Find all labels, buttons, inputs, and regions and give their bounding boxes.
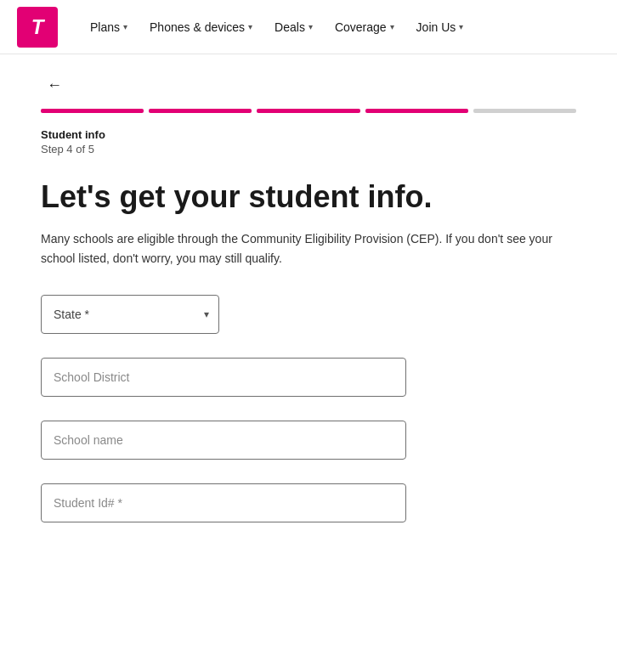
nav-coverage[interactable]: Coverage ▾	[326, 14, 403, 41]
nav-phones[interactable]: Phones & devices ▾	[141, 14, 261, 41]
school-name-group	[41, 421, 406, 460]
page-title: Let's get your student info.	[41, 179, 576, 214]
main-content: ← Student info Step 4 of 5 Let's get you…	[0, 54, 617, 580]
state-select[interactable]: State * Alabama Alaska Arizona Californi…	[41, 295, 219, 334]
nav-links: Plans ▾ Phones & devices ▾ Deals ▾ Cover…	[82, 14, 472, 41]
page-description: Many schools are eligible through the Co…	[41, 229, 576, 268]
student-id-group	[41, 483, 406, 522]
step-sublabel: Step 4 of 5	[41, 143, 576, 155]
progress-segment-3	[257, 109, 359, 113]
logo-text: T	[31, 17, 44, 37]
progress-segment-2	[149, 109, 252, 113]
student-info-form: State * Alabama Alaska Arizona Californi…	[41, 295, 406, 522]
school-name-input[interactable]	[41, 421, 406, 460]
nav-plans[interactable]: Plans ▾	[82, 14, 136, 41]
progress-bar	[41, 109, 576, 113]
t-mobile-logo[interactable]: T	[17, 7, 58, 48]
nav-deals-label: Deals	[275, 20, 305, 34]
school-district-input[interactable]	[41, 358, 406, 397]
progress-segment-5	[473, 109, 576, 113]
student-id-input[interactable]	[41, 483, 406, 522]
nav-plans-label: Plans	[90, 20, 120, 34]
school-district-group	[41, 358, 406, 397]
phones-chevron-icon: ▾	[248, 22, 252, 31]
progress-segment-4	[365, 109, 468, 113]
nav-join-us-label: Join Us	[416, 20, 456, 34]
nav-coverage-label: Coverage	[335, 20, 387, 34]
join-us-chevron-icon: ▾	[459, 22, 463, 31]
back-arrow-icon: ←	[47, 76, 62, 94]
nav-phones-label: Phones & devices	[150, 20, 245, 34]
state-select-wrapper: State * Alabama Alaska Arizona Californi…	[41, 295, 219, 334]
state-field-group: State * Alabama Alaska Arizona Californi…	[41, 295, 406, 334]
nav-join-us[interactable]: Join Us ▾	[408, 14, 473, 41]
nav-deals[interactable]: Deals ▾	[266, 14, 321, 41]
progress-segment-1	[41, 109, 144, 113]
plans-chevron-icon: ▾	[123, 22, 127, 31]
coverage-chevron-icon: ▾	[390, 22, 394, 31]
step-label: Student info	[41, 128, 576, 141]
back-button[interactable]: ←	[41, 71, 68, 99]
navbar: T Plans ▾ Phones & devices ▾ Deals ▾ Cov…	[0, 0, 617, 54]
deals-chevron-icon: ▾	[308, 22, 313, 31]
